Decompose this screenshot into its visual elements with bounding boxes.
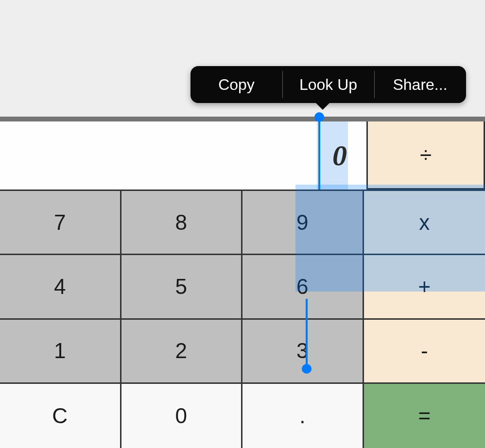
clear-button[interactable]: C — [0, 384, 121, 448]
context-menu-copy[interactable]: Copy — [191, 66, 282, 103]
context-menu: Copy Look Up Share... — [191, 66, 466, 103]
key-6[interactable]: 6 — [242, 255, 364, 319]
calculator-display[interactable]: 0 — [0, 121, 366, 190]
equals-button[interactable]: = — [364, 384, 485, 448]
key-8[interactable]: 8 — [121, 191, 243, 255]
plus-button[interactable]: + — [364, 255, 485, 319]
key-3[interactable]: 3 — [242, 320, 364, 384]
keypad: 7 8 9 x 4 5 6 + 1 2 3 - C 0 . = — [0, 190, 485, 448]
key-9[interactable]: 9 — [242, 191, 364, 255]
context-menu-arrow-icon — [315, 102, 330, 110]
display-value: 0 — [332, 139, 347, 172]
key-5[interactable]: 5 — [121, 255, 243, 319]
context-menu-lookup[interactable]: Look Up — [282, 66, 374, 103]
display-row: 0 ÷ — [0, 121, 485, 190]
context-menu-share[interactable]: Share... — [374, 66, 466, 103]
key-2[interactable]: 2 — [121, 320, 243, 384]
key-1[interactable]: 1 — [0, 320, 121, 384]
decimal-button[interactable]: . — [242, 384, 364, 448]
key-7[interactable]: 7 — [0, 191, 121, 255]
top-divider — [0, 117, 485, 121]
divide-button[interactable]: ÷ — [366, 121, 485, 190]
minus-button[interactable]: - — [364, 320, 485, 384]
key-0[interactable]: 0 — [121, 384, 243, 448]
multiply-button[interactable]: x — [364, 191, 485, 255]
key-4[interactable]: 4 — [0, 255, 121, 319]
